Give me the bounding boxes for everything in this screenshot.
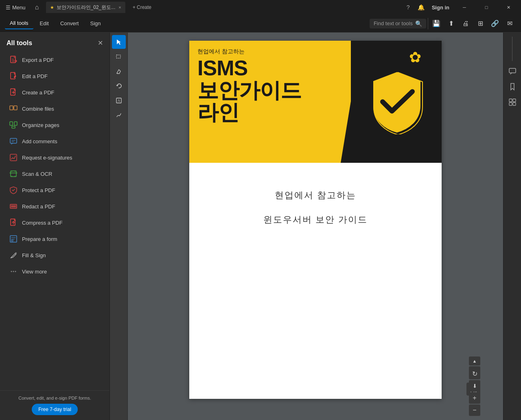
tab-all-tools[interactable]: All tools: [5, 18, 33, 29]
sidebar-item-protect[interactable]: Protect a PDF: [2, 182, 107, 198]
sidebar-item-export-pdf[interactable]: Export a PDF: [2, 52, 107, 68]
svg-rect-3: [10, 106, 13, 110]
protect-label: Protect a PDF: [22, 187, 55, 193]
view-more-label: View more: [22, 269, 47, 275]
hamburger-icon: ☰: [6, 4, 11, 11]
edit-pdf-icon: [9, 72, 18, 81]
text-tool-button[interactable]: A: [112, 94, 126, 107]
svg-point-17: [11, 271, 12, 272]
svg-rect-13: [11, 206, 16, 207]
main-area: All tools ✕ Export a PDF Edit a PDF: [0, 33, 521, 420]
cover-image: ✿ 현업에서 참고하는 ISMS 보안가이드 라인: [189, 41, 442, 163]
sidebar: All tools ✕ Export a PDF Edit a PDF: [0, 33, 110, 420]
sidebar-item-organize[interactable]: Organize pages: [2, 117, 107, 133]
sidebar-title: All tools: [7, 39, 32, 47]
compress-label: Compress a PDF: [22, 220, 63, 226]
refresh-button[interactable]: ↻: [469, 368, 480, 379]
combine-label: Combine files: [22, 106, 54, 112]
redact-icon: [9, 202, 18, 211]
pdf-page: ✿ 현업에서 참고하는 ISMS 보안가이드 라인: [189, 41, 442, 399]
esign-icon: [9, 153, 18, 162]
sidebar-close-button[interactable]: ✕: [98, 39, 103, 47]
svg-rect-4: [14, 106, 17, 110]
create-pdf-label: Create a PDF: [22, 90, 54, 96]
zoom-out-button[interactable]: −: [469, 405, 480, 416]
notifications-button[interactable]: 🔔: [416, 2, 426, 12]
favorite-star-icon: ★: [50, 5, 54, 10]
protect-icon: [9, 186, 18, 195]
sign-tool-button[interactable]: [112, 108, 126, 122]
prev-page-button[interactable]: ▲: [469, 357, 480, 365]
sidebar-item-create-pdf[interactable]: Create a PDF: [2, 84, 107, 101]
tab-sign[interactable]: Sign: [85, 18, 105, 29]
help-button[interactable]: ?: [403, 2, 413, 12]
svg-rect-6: [14, 122, 17, 125]
sidebar-item-comments[interactable]: Add comments: [2, 133, 107, 149]
edit-pdf-label: Edit a PDF: [22, 73, 48, 79]
svg-rect-23: [509, 68, 516, 73]
comments-icon: [9, 137, 18, 146]
right-bookmark-button[interactable]: [506, 80, 519, 94]
fillsign-icon: [9, 251, 18, 260]
sidebar-item-scan[interactable]: Scan & OCR: [2, 166, 107, 182]
sign-in-button[interactable]: Sign in: [429, 4, 452, 11]
menu-button[interactable]: ☰ Menu: [3, 3, 28, 12]
sidebar-item-edit-pdf[interactable]: Edit a PDF: [2, 68, 107, 84]
search-box[interactable]: Find text or tools 🔍: [370, 19, 426, 28]
browser-tab[interactable]: ★ 보안가이드라인_02_윈도... ×: [46, 2, 125, 13]
toolbar-divider-1: [428, 18, 428, 29]
menu-label: Menu: [12, 4, 26, 11]
esign-label: Request e-signatures: [22, 155, 72, 161]
trial-button[interactable]: Free 7-day trial: [32, 404, 78, 415]
zoom-in-button[interactable]: +: [469, 392, 480, 404]
cover-sun-icon: ✿: [409, 49, 421, 66]
rotate-tool-button[interactable]: [112, 79, 126, 93]
print-button[interactable]: 🖨: [459, 17, 472, 30]
compress-icon: [9, 218, 18, 227]
titlebar-right-actions: ? 🔔 Sign in ─ □ ✕: [403, 0, 518, 15]
sidebar-item-form[interactable]: Prepare a form: [2, 231, 107, 247]
minimize-button[interactable]: ─: [455, 0, 474, 15]
sidebar-item-combine[interactable]: Combine files: [2, 101, 107, 117]
redact-label: Redact a PDF: [22, 203, 55, 210]
pdf-viewer[interactable]: ✿ 현업에서 참고하는 ISMS 보안가이드 라인: [128, 33, 503, 420]
tab-close-button[interactable]: ×: [118, 5, 121, 10]
mail-button[interactable]: ✉: [503, 17, 516, 30]
tab-edit[interactable]: Edit: [35, 18, 54, 29]
sidebar-item-redact[interactable]: Redact a PDF: [2, 198, 107, 214]
svg-rect-16: [11, 240, 13, 241]
sidebar-item-viewmore[interactable]: View more: [2, 263, 107, 280]
organize-label: Organize pages: [22, 122, 59, 128]
new-tab-button[interactable]: + Create: [129, 3, 155, 12]
right-comment-button[interactable]: [506, 64, 519, 78]
svg-rect-8: [10, 138, 17, 143]
close-window-button[interactable]: ✕: [499, 0, 518, 15]
footer-text: Convert, edit, and e-sign PDF forms.: [7, 396, 103, 400]
sidebar-item-compress[interactable]: Compress a PDF: [2, 214, 107, 231]
organize-icon: [9, 120, 18, 129]
search-icon: 🔍: [415, 20, 422, 27]
sidebar-item-esign[interactable]: Request e-signatures: [2, 149, 107, 166]
page-text-content: 현업에서 참고하는 윈도우서버 보안 가이드: [189, 163, 442, 244]
cursor-tool-button[interactable]: [112, 35, 126, 49]
home-button[interactable]: ⌂: [31, 2, 43, 13]
pen-tool-button[interactable]: [112, 64, 126, 78]
svg-text:A: A: [118, 99, 120, 103]
svg-point-19: [15, 271, 16, 272]
view-button[interactable]: ⊞: [474, 17, 487, 30]
svg-rect-15: [10, 236, 17, 242]
cover-shield-icon: [368, 69, 425, 134]
right-grid-button[interactable]: [506, 95, 519, 109]
svg-rect-0: [11, 56, 15, 63]
save-button[interactable]: 💾: [430, 17, 443, 30]
tab-convert[interactable]: Convert: [55, 18, 84, 29]
upload-button[interactable]: ⬆: [444, 17, 458, 30]
prepare-form-label: Prepare a form: [22, 236, 57, 242]
select-tool-button[interactable]: [112, 50, 126, 63]
export-pdf-label: Export a PDF: [22, 57, 54, 63]
sidebar-footer: Convert, edit, and e-sign PDF forms. Fre…: [0, 390, 109, 420]
download-button[interactable]: ⬇: [469, 380, 480, 392]
link-button[interactable]: 🔗: [488, 17, 501, 30]
sidebar-item-fillsign[interactable]: Fill & Sign: [2, 247, 107, 263]
maximize-button[interactable]: □: [477, 0, 496, 15]
